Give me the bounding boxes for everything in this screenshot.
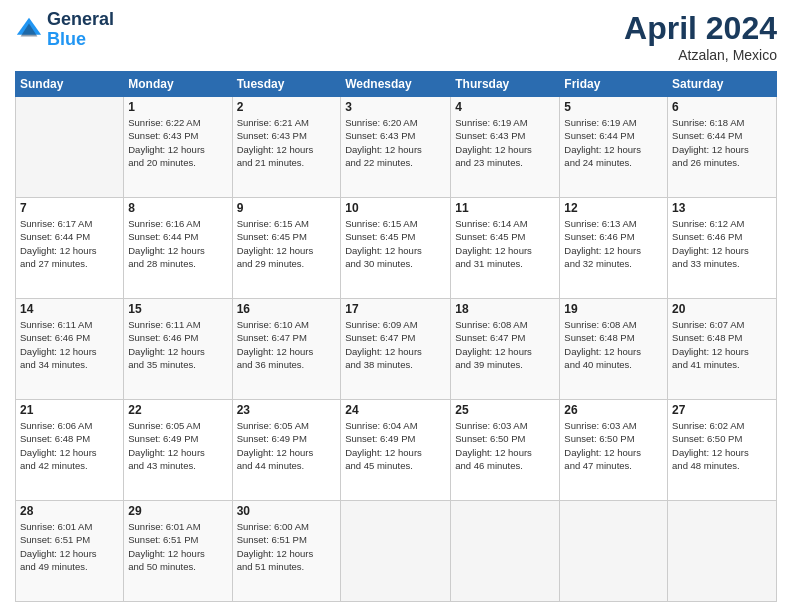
day-detail: Sunrise: 6:02 AMSunset: 6:50 PMDaylight:…	[672, 419, 772, 472]
day-detail: Sunrise: 6:19 AMSunset: 6:43 PMDaylight:…	[455, 116, 555, 169]
day-info-line: Sunset: 6:49 PM	[345, 433, 415, 444]
day-info-line: and 38 minutes.	[345, 359, 413, 370]
day-info-line: and 34 minutes.	[20, 359, 88, 370]
day-info-line: and 39 minutes.	[455, 359, 523, 370]
day-number: 13	[672, 201, 772, 215]
day-info-line: and 26 minutes.	[672, 157, 740, 168]
day-info-line: and 21 minutes.	[237, 157, 305, 168]
day-info-line: Daylight: 12 hours	[237, 548, 314, 559]
table-row: 21Sunrise: 6:06 AMSunset: 6:48 PMDayligh…	[16, 400, 124, 501]
day-info-line: Sunrise: 6:14 AM	[455, 218, 527, 229]
day-detail: Sunrise: 6:18 AMSunset: 6:44 PMDaylight:…	[672, 116, 772, 169]
day-info-line: Daylight: 12 hours	[237, 346, 314, 357]
day-info-line: Sunset: 6:44 PM	[20, 231, 90, 242]
day-info-line: Sunrise: 6:03 AM	[564, 420, 636, 431]
col-thursday: Thursday	[451, 72, 560, 97]
day-number: 10	[345, 201, 446, 215]
day-info-line: and 29 minutes.	[237, 258, 305, 269]
day-number: 3	[345, 100, 446, 114]
col-sunday: Sunday	[16, 72, 124, 97]
day-info-line: Sunrise: 6:10 AM	[237, 319, 309, 330]
day-info-line: Sunset: 6:45 PM	[345, 231, 415, 242]
day-info-line: and 36 minutes.	[237, 359, 305, 370]
day-number: 30	[237, 504, 337, 518]
table-row: 11Sunrise: 6:14 AMSunset: 6:45 PMDayligh…	[451, 198, 560, 299]
day-number: 23	[237, 403, 337, 417]
table-row: 13Sunrise: 6:12 AMSunset: 6:46 PMDayligh…	[668, 198, 777, 299]
day-detail: Sunrise: 6:03 AMSunset: 6:50 PMDaylight:…	[455, 419, 555, 472]
day-info-line: Sunrise: 6:20 AM	[345, 117, 417, 128]
table-row: 1Sunrise: 6:22 AMSunset: 6:43 PMDaylight…	[124, 97, 232, 198]
table-row: 27Sunrise: 6:02 AMSunset: 6:50 PMDayligh…	[668, 400, 777, 501]
calendar: Sunday Monday Tuesday Wednesday Thursday…	[15, 71, 777, 602]
day-detail: Sunrise: 6:00 AMSunset: 6:51 PMDaylight:…	[237, 520, 337, 573]
day-info-line: Sunrise: 6:03 AM	[455, 420, 527, 431]
day-info-line: and 50 minutes.	[128, 561, 196, 572]
table-row: 5Sunrise: 6:19 AMSunset: 6:44 PMDaylight…	[560, 97, 668, 198]
day-number: 15	[128, 302, 227, 316]
col-monday: Monday	[124, 72, 232, 97]
day-number: 2	[237, 100, 337, 114]
day-info-line: Sunset: 6:43 PM	[237, 130, 307, 141]
day-info-line: Sunrise: 6:07 AM	[672, 319, 744, 330]
day-number: 19	[564, 302, 663, 316]
day-info-line: Sunrise: 6:12 AM	[672, 218, 744, 229]
day-number: 9	[237, 201, 337, 215]
table-row: 28Sunrise: 6:01 AMSunset: 6:51 PMDayligh…	[16, 501, 124, 602]
day-info-line: Sunset: 6:45 PM	[455, 231, 525, 242]
day-number: 8	[128, 201, 227, 215]
day-detail: Sunrise: 6:06 AMSunset: 6:48 PMDaylight:…	[20, 419, 119, 472]
logo-text: General Blue	[47, 10, 114, 50]
day-info-line: and 46 minutes.	[455, 460, 523, 471]
day-info-line: Sunrise: 6:09 AM	[345, 319, 417, 330]
day-detail: Sunrise: 6:15 AMSunset: 6:45 PMDaylight:…	[345, 217, 446, 270]
day-info-line: Sunrise: 6:08 AM	[455, 319, 527, 330]
table-row: 24Sunrise: 6:04 AMSunset: 6:49 PMDayligh…	[341, 400, 451, 501]
table-row: 22Sunrise: 6:05 AMSunset: 6:49 PMDayligh…	[124, 400, 232, 501]
day-number: 24	[345, 403, 446, 417]
table-row: 20Sunrise: 6:07 AMSunset: 6:48 PMDayligh…	[668, 299, 777, 400]
day-info-line: Sunrise: 6:05 AM	[128, 420, 200, 431]
day-info-line: Daylight: 12 hours	[237, 144, 314, 155]
day-number: 5	[564, 100, 663, 114]
table-row: 29Sunrise: 6:01 AMSunset: 6:51 PMDayligh…	[124, 501, 232, 602]
day-info-line: and 49 minutes.	[20, 561, 88, 572]
table-row: 26Sunrise: 6:03 AMSunset: 6:50 PMDayligh…	[560, 400, 668, 501]
table-row: 8Sunrise: 6:16 AMSunset: 6:44 PMDaylight…	[124, 198, 232, 299]
day-info-line: Sunset: 6:43 PM	[345, 130, 415, 141]
day-detail: Sunrise: 6:15 AMSunset: 6:45 PMDaylight:…	[237, 217, 337, 270]
table-row: 30Sunrise: 6:00 AMSunset: 6:51 PMDayligh…	[232, 501, 341, 602]
day-info-line: Sunset: 6:43 PM	[455, 130, 525, 141]
month-title: April 2024	[624, 10, 777, 47]
day-detail: Sunrise: 6:07 AMSunset: 6:48 PMDaylight:…	[672, 318, 772, 371]
day-detail: Sunrise: 6:22 AMSunset: 6:43 PMDaylight:…	[128, 116, 227, 169]
day-detail: Sunrise: 6:09 AMSunset: 6:47 PMDaylight:…	[345, 318, 446, 371]
day-number: 22	[128, 403, 227, 417]
day-info-line: and 24 minutes.	[564, 157, 632, 168]
location-subtitle: Atzalan, Mexico	[624, 47, 777, 63]
table-row: 12Sunrise: 6:13 AMSunset: 6:46 PMDayligh…	[560, 198, 668, 299]
day-detail: Sunrise: 6:17 AMSunset: 6:44 PMDaylight:…	[20, 217, 119, 270]
calendar-week-4: 21Sunrise: 6:06 AMSunset: 6:48 PMDayligh…	[16, 400, 777, 501]
day-info-line: Daylight: 12 hours	[20, 447, 97, 458]
day-info-line: Sunset: 6:45 PM	[237, 231, 307, 242]
table-row: 9Sunrise: 6:15 AMSunset: 6:45 PMDaylight…	[232, 198, 341, 299]
day-info-line: and 22 minutes.	[345, 157, 413, 168]
day-number: 11	[455, 201, 555, 215]
day-info-line: Daylight: 12 hours	[345, 245, 422, 256]
day-info-line: Sunset: 6:48 PM	[672, 332, 742, 343]
table-row: 14Sunrise: 6:11 AMSunset: 6:46 PMDayligh…	[16, 299, 124, 400]
day-detail: Sunrise: 6:12 AMSunset: 6:46 PMDaylight:…	[672, 217, 772, 270]
day-info-line: and 28 minutes.	[128, 258, 196, 269]
day-detail: Sunrise: 6:01 AMSunset: 6:51 PMDaylight:…	[20, 520, 119, 573]
day-info-line: and 40 minutes.	[564, 359, 632, 370]
calendar-week-5: 28Sunrise: 6:01 AMSunset: 6:51 PMDayligh…	[16, 501, 777, 602]
day-info-line: Daylight: 12 hours	[20, 346, 97, 357]
day-info-line: Daylight: 12 hours	[128, 346, 205, 357]
day-info-line: Sunrise: 6:21 AM	[237, 117, 309, 128]
day-info-line: Daylight: 12 hours	[345, 346, 422, 357]
day-number: 4	[455, 100, 555, 114]
day-detail: Sunrise: 6:19 AMSunset: 6:44 PMDaylight:…	[564, 116, 663, 169]
table-row	[451, 501, 560, 602]
day-info-line: Sunset: 6:46 PM	[672, 231, 742, 242]
